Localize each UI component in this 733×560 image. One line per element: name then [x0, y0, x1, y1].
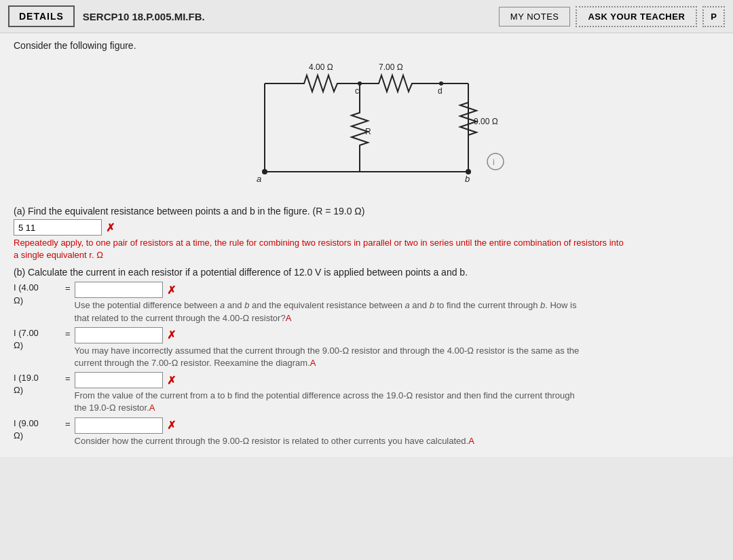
- consider-text: Consider the following figure.: [14, 40, 719, 51]
- header-right: MY NOTES ASK YOUR TEACHER P: [499, 6, 725, 27]
- hint-7: You may have incorrectly assumed that th…: [75, 345, 584, 369]
- resistor-label-9: I (9.00Ω): [14, 417, 61, 442]
- input-row-9: ✗: [75, 417, 474, 434]
- input-4[interactable]: [75, 282, 163, 298]
- svg-text:c: c: [355, 86, 359, 96]
- input-row-19: ✗: [75, 372, 584, 388]
- hint-19: From the value of the current from a to …: [75, 390, 584, 414]
- svg-text:a: a: [257, 174, 261, 184]
- input-7[interactable]: [75, 327, 163, 343]
- input-row-4: ✗: [75, 282, 584, 298]
- input-hint-19: ✗ From the value of the current from a t…: [75, 372, 584, 414]
- hint-4: Use the potential difference between a a…: [75, 299, 584, 324]
- resistor-row-7: I (7.00Ω) = ✗ You may have incorrectly a…: [14, 327, 719, 369]
- resistor-label-4: I (4.00Ω): [14, 282, 61, 306]
- input-row-7: ✗: [75, 327, 584, 343]
- ask-teacher-button[interactable]: ASK YOUR TEACHER: [576, 6, 697, 27]
- input-hint-4: ✗ Use the potential difference between a…: [75, 282, 584, 324]
- header: DETAILS SERCP10 18.P.005.MI.FB. MY NOTES…: [0, 0, 733, 33]
- circuit-diagram: 4.00 Ω c 7.00 Ω d: [224, 56, 509, 199]
- svg-text:7.00 Ω: 7.00 Ω: [379, 62, 403, 72]
- svg-text:R: R: [365, 127, 371, 136]
- page: DETAILS SERCP10 18.P.005.MI.FB. MY NOTES…: [0, 0, 733, 560]
- input-hint-7: ✗ You may have incorrectly assumed that …: [75, 327, 584, 369]
- part-a-hint: Repeatedly apply, to one pair of resisto…: [14, 237, 624, 261]
- svg-text:9.00 Ω: 9.00 Ω: [474, 117, 498, 126]
- resistor-row-4: I (4.00Ω) = ✗ Use the potential differen…: [14, 282, 719, 324]
- input-19[interactable]: [75, 372, 163, 388]
- resistor-row-19: I (19.0Ω) = ✗ From the value of the curr…: [14, 372, 719, 414]
- circuit-svg: 4.00 Ω c 7.00 Ω d: [224, 56, 509, 199]
- part-a-section: (a) Find the equivalent resistance betwe…: [14, 206, 719, 261]
- eq-sign-19: =: [65, 373, 71, 384]
- hint-9: Consider how the current through the 9.0…: [75, 435, 474, 447]
- svg-text:i: i: [493, 157, 495, 167]
- x-mark-7: ✗: [167, 329, 176, 341]
- svg-point-24: [487, 153, 504, 170]
- part-b-section: (b) Calculate the current in each resist…: [14, 267, 719, 447]
- problem-id: SERCP10 18.P.005.MI.FB.: [83, 11, 205, 22]
- input-9[interactable]: [75, 417, 163, 434]
- svg-text:4.00 Ω: 4.00 Ω: [309, 62, 333, 72]
- x-mark-19: ✗: [167, 374, 176, 387]
- part-b-label: (b) Calculate the current in each resist…: [14, 267, 719, 278]
- eq-sign-4: =: [65, 283, 71, 293]
- part-a-label: (a) Find the equivalent resistance betwe…: [14, 206, 719, 217]
- part-a-input-row: ✗: [14, 219, 719, 236]
- input-hint-9: ✗ Consider how the current through the 9…: [75, 417, 474, 447]
- svg-point-20: [262, 169, 267, 174]
- details-button[interactable]: DETAILS: [8, 5, 75, 27]
- resistor-label-7: I (7.00Ω): [14, 327, 61, 352]
- svg-text:b: b: [465, 174, 470, 184]
- resistor-row-9: I (9.00Ω) = ✗ Consider how the current t…: [14, 417, 719, 447]
- eq-sign-7: =: [65, 329, 71, 339]
- my-notes-button[interactable]: MY NOTES: [499, 7, 571, 26]
- x-mark-9: ✗: [167, 419, 176, 432]
- p-button[interactable]: P: [702, 6, 725, 27]
- part-a-input[interactable]: [14, 219, 102, 236]
- part-a-x-mark: ✗: [106, 221, 115, 234]
- main-content: Consider the following figure. 4.00 Ω: [0, 33, 733, 457]
- svg-text:d: d: [438, 86, 443, 96]
- x-mark-4: ✗: [167, 284, 176, 297]
- eq-sign-9: =: [65, 419, 71, 429]
- resistor-label-19: I (19.0Ω): [14, 372, 61, 396]
